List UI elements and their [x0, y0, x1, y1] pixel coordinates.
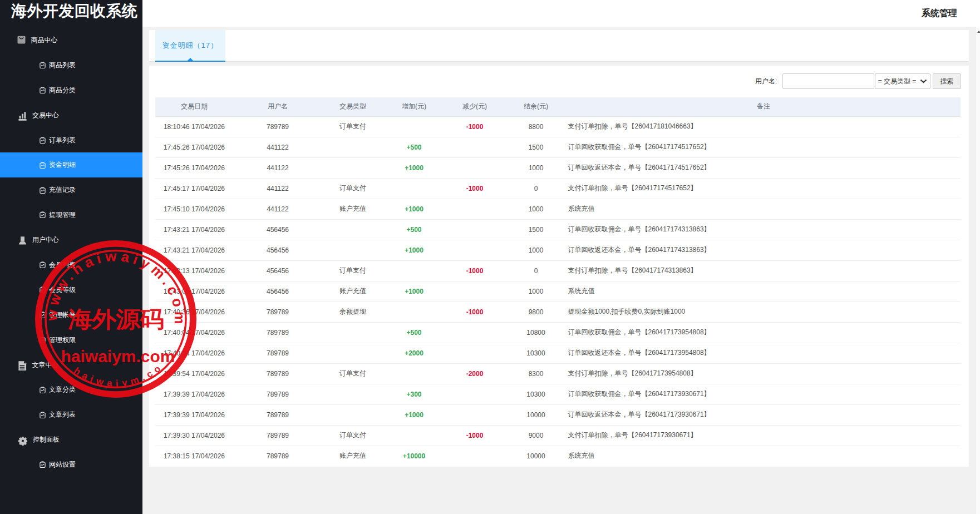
- svg-text:海外源码: 海外源码: [67, 307, 164, 332]
